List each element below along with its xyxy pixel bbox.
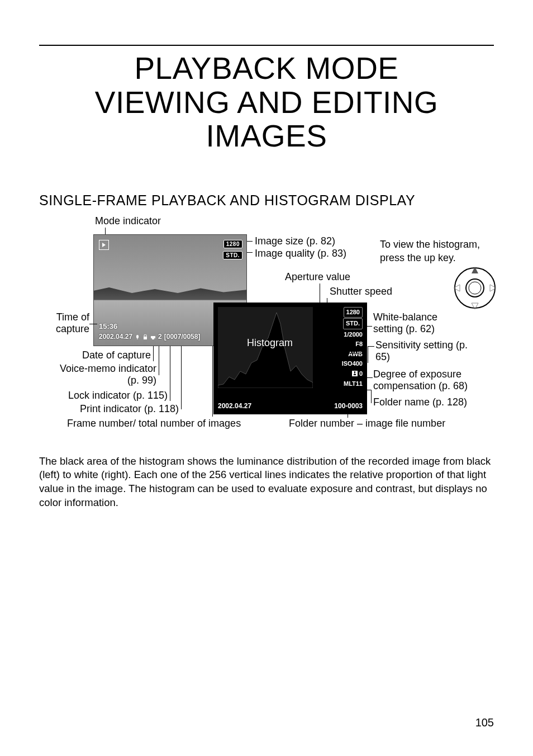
wb-value: AWB — [348, 351, 363, 357]
folder-image-number-label: Folder number – image file number — [289, 418, 445, 430]
print-indicator-label: Print indicator (p. 118) — [56, 403, 179, 415]
leader — [159, 346, 159, 375]
histogram-info-column: 1280 STD. 1/2000 F8 AWB ISO400 0 MLT11 — [317, 307, 363, 389]
image-size-badge: 1280 — [223, 240, 242, 248]
top-rule — [39, 45, 494, 46]
leader — [153, 346, 154, 361]
frame-count: [0007/0058] — [164, 333, 201, 341]
leader — [348, 412, 348, 418]
title-line-2: VIEWING AND EDITING IMAGES — [95, 85, 439, 154]
hist-date: 2002.04.27 — [218, 402, 251, 410]
playback-mode-icon — [99, 240, 109, 250]
image-size-label: Image size (p. 82) — [255, 235, 335, 248]
capture-date: 2002.04.27 — [99, 333, 132, 341]
voice-memo-icon — [135, 334, 140, 339]
leader — [170, 346, 170, 401]
leader — [364, 326, 365, 353]
leader — [360, 377, 373, 378]
leader — [320, 284, 320, 332]
diagram-area: Mode indicator 1280 STD. 15:36 2002.04.2… — [39, 215, 497, 439]
aperture-label: Aperture value — [285, 271, 350, 284]
leader — [327, 323, 331, 323]
leader — [368, 346, 368, 363]
title-line-1: PLAYBACK MODE — [134, 51, 398, 86]
ev-value: 0 — [352, 370, 363, 377]
histogram-label: Histogram — [247, 337, 293, 349]
svg-rect-10 — [354, 374, 356, 375]
hist-quality-badge: STD. — [343, 318, 363, 329]
svg-point-13 — [469, 282, 481, 294]
svg-rect-3 — [144, 337, 147, 339]
image-quality-label: Image quality (p. 83) — [255, 248, 346, 260]
leader — [371, 390, 372, 403]
image-quality-badge: STD. — [223, 251, 242, 259]
sensitivity-label: Sensitivity setting (p. 65) — [375, 339, 470, 363]
leader — [247, 241, 253, 242]
body-paragraph: The black area of the histogram shows th… — [39, 455, 494, 511]
svg-marker-0 — [102, 243, 106, 247]
leader — [181, 346, 182, 409]
leader — [89, 324, 97, 324]
histogram-instruction: To view the histogram, press the up key. — [380, 238, 497, 265]
time-of-capture-label: Time of capture — [34, 311, 89, 336]
screen-bottom-row: 2002.04.27 2 [0007/0058] — [99, 333, 200, 341]
svg-point-11 — [455, 268, 495, 308]
shutter-value: 1/2000 — [344, 331, 363, 338]
leader — [368, 346, 374, 347]
histogram-screen: Histogram 1280 STD. 1/2000 F8 AWB ISO400… — [213, 303, 367, 414]
leader — [364, 326, 372, 327]
folder-name-value: MLT11 — [344, 380, 363, 387]
svg-rect-1 — [136, 335, 139, 338]
frame-number-label: Frame number/ total number of images — [67, 418, 241, 430]
lock-icon — [142, 334, 148, 339]
white-balance-label: White-balance setting (p. 62) — [373, 311, 463, 336]
date-of-capture-label: Date of capture — [45, 349, 151, 362]
print-count: 2 — [158, 333, 162, 341]
voice-memo-label: Voice-memo indicator (p. 99) — [56, 363, 156, 387]
aperture-value: F8 — [355, 341, 363, 347]
histogram-bottom-row: 2002.04.27 100-0003 — [218, 402, 363, 410]
svg-rect-9 — [354, 371, 355, 374]
svg-rect-5 — [152, 338, 154, 339]
leader — [320, 332, 331, 332]
mode-indicator-leader — [105, 228, 106, 234]
iso-value: ISO400 — [342, 360, 363, 367]
section-heading: SINGLE-FRAME PLAYBACK AND HISTOGRAM DISP… — [39, 192, 494, 209]
hist-file-no: 100-0003 — [334, 402, 363, 410]
shutter-label: Shutter speed — [330, 286, 392, 298]
main-title: PLAYBACK MODE VIEWING AND EDITING IMAGES — [39, 51, 494, 153]
controller-icon — [453, 266, 497, 310]
mode-indicator-label: Mode indicator — [95, 215, 161, 227]
leader — [327, 298, 327, 323]
capture-time: 15:36 — [99, 322, 117, 330]
leader — [345, 353, 364, 353]
leader — [358, 390, 371, 390]
leader — [212, 346, 213, 417]
folder-name-label: Folder name (p. 128) — [373, 396, 467, 409]
hist-size-badge: 1280 — [344, 307, 363, 318]
leader — [247, 252, 253, 253]
page: PLAYBACK MODE VIEWING AND EDITING IMAGES… — [0, 0, 533, 756]
page-number: 105 — [475, 716, 494, 729]
lock-indicator-label: Lock indicator (p. 115) — [50, 390, 168, 402]
exposure-comp-label: Degree of exposure compensation (p. 68) — [373, 368, 485, 393]
print-icon — [150, 334, 156, 339]
